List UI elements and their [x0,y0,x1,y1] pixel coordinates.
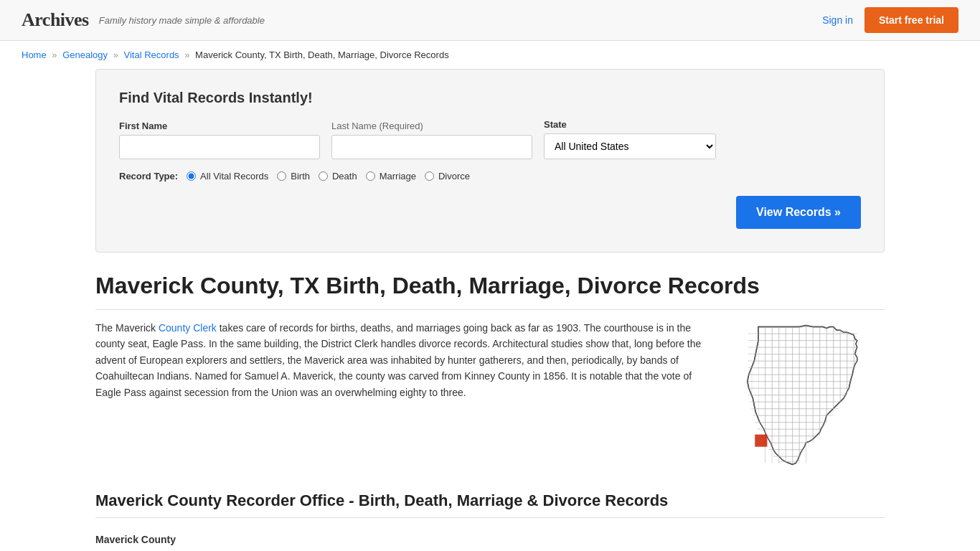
content-text: The Maverick County Clerk takes care of … [95,320,720,470]
breadcrumb-vital-records[interactable]: Vital Records [124,50,179,60]
view-records-button[interactable]: View Records » [736,196,861,229]
last-name-input[interactable] [331,135,532,159]
breadcrumb-current: Maverick County, TX Birth, Death, Marria… [195,50,449,60]
county-name: Maverick County [95,531,885,549]
county-clerk-link[interactable]: County Clerk [159,322,217,334]
first-name-group: First Name [119,121,320,159]
breadcrumb-home[interactable]: Home [22,50,47,60]
state-select[interactable]: All United StatesAlabamaAlaskaArizonaArk… [544,133,716,159]
header-right: Sign in Start free trial [822,7,958,33]
breadcrumb: Home » Genealogy » Vital Records » Maver… [0,41,980,69]
search-box-title: Find Vital Records Instantly! [119,90,861,106]
recorder-section-title: Maverick County Recorder Office - Birth,… [95,491,885,518]
breadcrumb-genealogy[interactable]: Genealogy [62,50,108,60]
radio-divorce[interactable]: Divorce [425,171,470,182]
logo: Archives [22,9,89,31]
start-trial-button[interactable]: Start free trial [864,7,958,33]
last-name-label: Last Name (Required) [331,121,532,131]
search-fields: First Name Last Name (Required) State Al… [119,119,861,159]
radio-death[interactable]: Death [319,171,357,182]
state-label: State [544,119,716,130]
page-title: Maverick County, TX Birth, Death, Marria… [95,273,885,310]
radio-birth[interactable]: Birth [277,171,310,182]
record-type-label: Record Type: [119,171,178,182]
radio-marriage[interactable]: Marriage [366,171,416,182]
record-type-row: Record Type: All Vital Records Birth Dea… [119,171,861,182]
first-name-label: First Name [119,121,320,131]
search-box: Find Vital Records Instantly! First Name… [95,69,885,253]
main-content: Find Vital Records Instantly! First Name… [74,69,906,551]
content-section: The Maverick County Clerk takes care of … [95,320,885,470]
last-name-group: Last Name (Required) [331,121,532,159]
search-btn-row: View Records » [119,196,861,229]
sign-in-link[interactable]: Sign in [822,14,853,26]
header: Archives Family history made simple & af… [0,0,980,41]
header-left: Archives Family history made simple & af… [22,9,265,31]
county-info: Maverick County 500 Quarry St, #2 Eagle … [95,531,885,551]
logo-tagline: Family history made simple & affordable [99,15,265,26]
texas-map [741,320,885,470]
state-group: State All United StatesAlabamaAlaskaAriz… [544,119,716,159]
first-name-input[interactable] [119,135,320,159]
svg-rect-36 [755,435,767,447]
texas-map-svg [745,320,881,470]
recorder-section: Maverick County Recorder Office - Birth,… [95,491,885,551]
radio-all[interactable]: All Vital Records [187,171,268,182]
content-paragraph: The Maverick County Clerk takes care of … [95,320,720,400]
